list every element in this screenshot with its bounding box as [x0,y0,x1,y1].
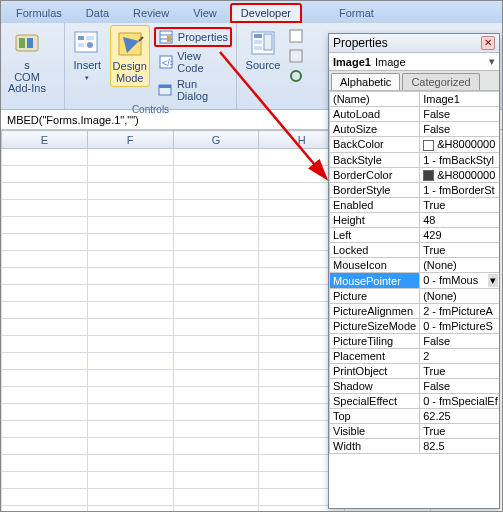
property-value[interactable]: False [420,334,499,349]
property-value[interactable]: 1 - fmBackStyl [420,152,499,167]
property-row[interactable]: ShadowFalse [330,379,500,394]
cell[interactable] [2,285,88,302]
property-value[interactable]: True [420,364,499,379]
cell[interactable] [87,370,173,387]
cell[interactable] [2,234,88,251]
run-dialog-button[interactable]: Run Dialog [154,77,232,103]
tab-developer[interactable]: Developer [230,3,302,23]
cell[interactable] [2,183,88,200]
property-row[interactable]: Width82.5 [330,439,500,454]
cell[interactable] [87,200,173,217]
cell[interactable] [173,370,259,387]
cell[interactable] [2,268,88,285]
tab-view[interactable]: View [182,3,228,23]
cell[interactable] [2,200,88,217]
cell[interactable] [2,421,88,438]
cell[interactable] [173,472,259,489]
property-row[interactable]: BorderStyle1 - fmBorderSt [330,183,500,198]
property-row[interactable]: (Name)Image1 [330,92,500,107]
column-header[interactable]: G [173,131,259,149]
cell[interactable] [87,455,173,472]
property-value[interactable]: 429 [420,228,499,243]
cell[interactable] [173,285,259,302]
cell[interactable] [2,353,88,370]
close-icon[interactable]: ✕ [481,36,495,50]
cell[interactable] [87,302,173,319]
cell[interactable] [87,489,173,506]
cell[interactable] [173,438,259,455]
cell[interactable] [87,268,173,285]
cell[interactable] [2,336,88,353]
cell[interactable] [2,472,88,489]
cell[interactable] [87,166,173,183]
property-row[interactable]: LockedTrue [330,243,500,258]
cell[interactable] [173,387,259,404]
refresh-icon[interactable] [289,69,303,85]
cell[interactable] [2,404,88,421]
property-row[interactable]: MousePointer0 - fmMous ▾ [330,273,500,289]
properties-titlebar[interactable]: Properties ✕ [329,34,499,53]
cell[interactable] [87,234,173,251]
property-value[interactable]: True [420,198,499,213]
tab-alphabetic[interactable]: Alphabetic [331,73,400,90]
properties-grid[interactable]: (Name)Image1AutoLoadFalseAutoSizeFalseBa… [329,91,499,508]
cell[interactable] [173,166,259,183]
property-value[interactable]: False [420,107,499,122]
property-value[interactable]: 1 - fmBorderSt [420,183,499,198]
cell[interactable] [173,489,259,506]
cell[interactable] [87,404,173,421]
cell[interactable] [2,506,88,513]
cell[interactable] [87,149,173,166]
cell[interactable] [87,319,173,336]
cell[interactable] [2,489,88,506]
property-row[interactable]: PictureTilingFalse [330,334,500,349]
cell[interactable] [173,455,259,472]
column-header[interactable]: F [87,131,173,149]
cell[interactable] [2,319,88,336]
cell[interactable] [173,234,259,251]
property-row[interactable]: Height48 [330,213,500,228]
property-value[interactable]: False [420,379,499,394]
properties-object-selector[interactable]: Image1 Image ▾ [329,53,499,71]
tab-formulas[interactable]: Formulas [5,3,73,23]
cell[interactable] [173,353,259,370]
property-row[interactable]: BorderColor&H8000000 [330,167,500,183]
view-code-button[interactable]: </> View Code [154,49,232,75]
cell[interactable] [173,217,259,234]
cell[interactable] [173,336,259,353]
property-row[interactable]: BackColor&H8000000 [330,137,500,153]
cell[interactable] [87,506,173,513]
cell[interactable] [87,251,173,268]
column-header[interactable]: E [2,131,88,149]
cell[interactable] [2,149,88,166]
cell[interactable] [173,302,259,319]
tab-review[interactable]: Review [122,3,180,23]
source-button[interactable]: Source [241,25,285,73]
cell[interactable] [173,251,259,268]
property-value[interactable]: True [420,243,499,258]
tab-format[interactable]: Format [328,3,385,23]
cell[interactable] [2,251,88,268]
property-value[interactable]: 82.5 [420,439,499,454]
property-value[interactable]: Image1 [420,92,499,107]
property-row[interactable]: EnabledTrue [330,198,500,213]
property-row[interactable]: PictureSizeMode0 - fmPictureS [330,319,500,334]
property-row[interactable]: BackStyle1 - fmBackStyl [330,152,500,167]
map-properties-icon[interactable] [289,29,303,45]
cell[interactable] [173,506,259,513]
property-row[interactable]: Top62.25 [330,409,500,424]
property-value[interactable]: 0 - fmMous ▾ [420,273,499,289]
property-row[interactable]: AutoSizeFalse [330,122,500,137]
cell[interactable] [2,217,88,234]
property-value[interactable]: False [420,122,499,137]
cell[interactable] [87,438,173,455]
tab-categorized[interactable]: Categorized [402,73,479,90]
property-row[interactable]: Left429 [330,228,500,243]
property-value[interactable]: 62.25 [420,409,499,424]
property-row[interactable]: Placement2 [330,349,500,364]
property-row[interactable]: AutoLoadFalse [330,107,500,122]
property-row[interactable]: PrintObjectTrue [330,364,500,379]
cell[interactable] [87,217,173,234]
property-row[interactable]: MouseIcon(None) [330,258,500,273]
property-row[interactable]: PictureAlignmen2 - fmPictureA [330,304,500,319]
